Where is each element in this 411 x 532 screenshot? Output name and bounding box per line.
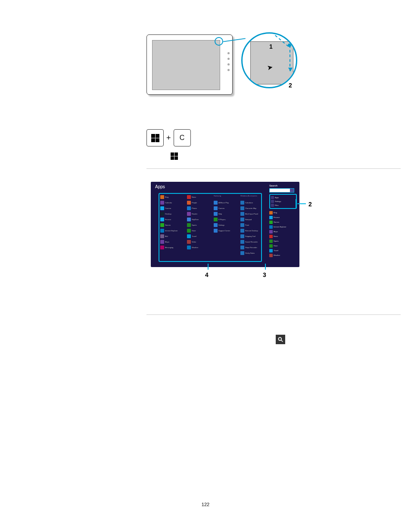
app-item[interactable]: S Player+	[214, 217, 237, 221]
windows-logo-icon	[171, 152, 401, 160]
app-label: Weather	[192, 246, 198, 249]
app-label: Camera	[218, 207, 224, 209]
corner-highlight-circle	[215, 37, 223, 46]
search-result-item[interactable]: Finance	[269, 215, 297, 219]
app-item[interactable]: Help	[214, 212, 237, 216]
app-label: Photos	[192, 207, 197, 209]
app-icon	[187, 206, 191, 210]
result-label: Travel	[274, 249, 278, 252]
app-label: Store	[192, 230, 196, 232]
search-result-item[interactable]: Travel	[269, 249, 297, 252]
search-result-item[interactable]: Maps	[269, 230, 297, 233]
leader-line-2v	[296, 199, 296, 208]
app-icon	[240, 246, 244, 249]
app-icon	[160, 223, 164, 227]
app-item[interactable]: Store	[187, 228, 210, 233]
path-arrow-1	[265, 35, 289, 59]
app-item[interactable]: Camera	[214, 206, 237, 210]
leader-line-4	[208, 264, 209, 270]
search-result-item[interactable]: Weather	[269, 253, 297, 257]
app-item[interactable]: Finance	[160, 217, 184, 221]
app-item[interactable]: Paint	[240, 223, 264, 227]
app-item[interactable]: Sticky Notes	[240, 251, 264, 255]
app-icon	[160, 195, 164, 199]
section-divider	[146, 168, 401, 169]
app-item[interactable]: SkyDrive	[187, 217, 210, 221]
result-label: Sports	[274, 240, 279, 242]
search-category[interactable]: Files	[271, 203, 295, 207]
app-item[interactable]: Steps Recorder	[240, 245, 264, 249]
app-item[interactable]: Reader	[187, 212, 210, 216]
app-icon	[160, 201, 164, 205]
app-label: Sports	[192, 224, 197, 226]
app-icon	[240, 229, 244, 233]
app-item[interactable]: Sound Recorder	[240, 240, 264, 244]
apps-screen: Apps BingCalendarCameraDesktopFinanceGam…	[151, 182, 299, 267]
search-result-item[interactable]: Internet Explorer	[269, 225, 297, 229]
windows-key	[146, 129, 164, 146]
app-item[interactable]: Travel	[187, 234, 210, 238]
app-icon	[160, 246, 164, 249]
app-icon	[187, 246, 191, 249]
app-label: Sound Recorder	[245, 241, 258, 243]
result-label: Games	[274, 221, 279, 223]
search-heading: Search	[269, 184, 297, 187]
app-item[interactable]: Mail	[160, 234, 184, 238]
result-icon	[269, 240, 273, 243]
result-icon	[269, 254, 273, 257]
app-label: People	[192, 202, 197, 204]
app-item[interactable]: Maps	[160, 240, 184, 244]
app-icon	[187, 201, 191, 205]
app-item[interactable]: Calendar	[160, 200, 184, 205]
app-label: Sticky Notes	[245, 252, 255, 254]
search-result-item[interactable]: Bing	[269, 211, 297, 215]
app-item[interactable]: Support Center	[214, 228, 237, 233]
search-category[interactable]: Apps	[271, 196, 295, 199]
app-item[interactable]: News	[187, 195, 210, 199]
app-item[interactable]: Photos	[187, 206, 210, 210]
search-input[interactable]	[269, 188, 294, 193]
result-label: Finance	[274, 216, 280, 218]
app-item[interactable]: Desktop	[160, 212, 184, 216]
keyboard-shortcut: + C	[146, 129, 401, 146]
app-icon	[187, 234, 191, 238]
app-icon	[160, 218, 164, 221]
app-item[interactable]: Settings	[214, 223, 237, 227]
app-item[interactable]: Calculator	[240, 200, 264, 205]
app-item[interactable]: Weather	[187, 245, 210, 249]
result-label: Internet Explorer	[274, 226, 286, 228]
app-item[interactable]: Snipping Tool	[240, 234, 264, 238]
app-icon	[240, 234, 244, 238]
app-icon	[214, 229, 218, 233]
search-result-item[interactable]: News	[269, 234, 297, 238]
app-label: Maps	[165, 241, 169, 243]
result-label: Weather	[274, 254, 280, 256]
app-item[interactable]: AllShare Play	[214, 200, 237, 205]
app-label: Internet Explorer	[165, 230, 178, 232]
search-result-item[interactable]: Store	[269, 244, 297, 248]
app-item[interactable]: Messaging	[160, 245, 184, 249]
app-label: Settings	[218, 224, 224, 226]
app-item[interactable]: Math Input Panel	[240, 212, 264, 216]
result-icon	[269, 216, 273, 219]
app-item[interactable]: Video	[187, 240, 210, 244]
page-number: 122	[0, 502, 411, 507]
app-icon	[240, 223, 244, 227]
app-label: Bing	[165, 196, 168, 198]
app-icon	[160, 212, 164, 216]
app-item[interactable]: Internet Explorer	[160, 228, 184, 233]
search-result-item[interactable]: Sports	[269, 239, 297, 243]
app-item[interactable]: Sports	[187, 223, 210, 227]
app-item[interactable]: Remote Desktop	[240, 228, 264, 233]
app-item[interactable]: Camera	[160, 206, 184, 210]
app-item[interactable]: Bing	[160, 195, 184, 199]
app-item[interactable]: People	[187, 200, 210, 205]
app-item[interactable]: Notepad	[240, 217, 264, 221]
app-item[interactable]: Games	[160, 223, 184, 227]
app-icon	[214, 218, 218, 221]
app-item[interactable]: Character Map	[240, 206, 264, 210]
search-result-item[interactable]: Games	[269, 220, 297, 224]
app-label: AllShare Play	[218, 202, 229, 204]
search-category[interactable]: Settings	[271, 199, 295, 203]
app-label: Games	[165, 224, 171, 226]
